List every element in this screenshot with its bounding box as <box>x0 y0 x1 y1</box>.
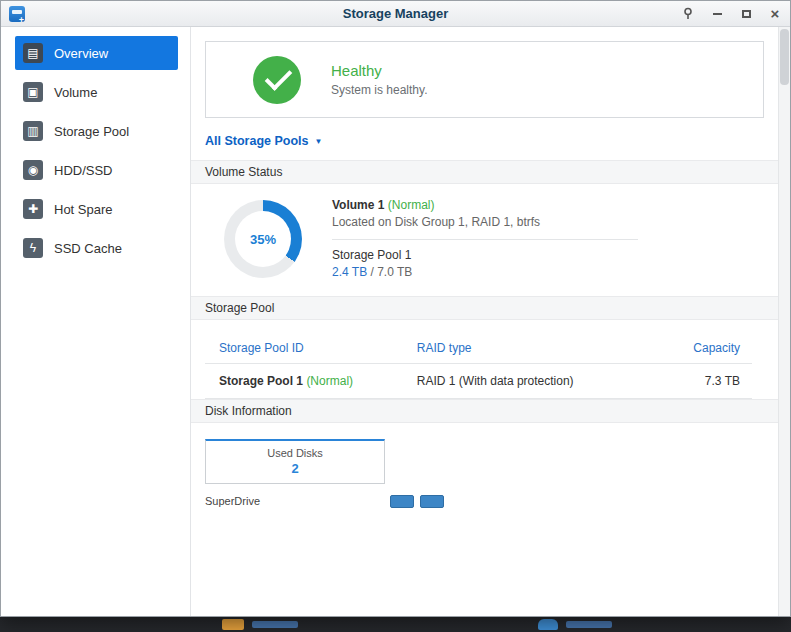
sidebar-item-label: HDD/SSD <box>54 163 113 178</box>
scrollbar-thumb[interactable] <box>780 29 789 85</box>
device-row: SuperDrive <box>205 495 764 508</box>
volume-status-badge: (Normal) <box>388 198 435 212</box>
health-status-message: System is healthy. <box>331 83 427 97</box>
titlebar: Storage Manager × <box>1 1 790 27</box>
window-title: Storage Manager <box>1 6 790 21</box>
table-row[interactable]: Storage Pool 1 (Normal) RAID 1 (With dat… <box>205 363 752 398</box>
drive-slot[interactable] <box>390 495 414 508</box>
device-name: SuperDrive <box>205 495 390 507</box>
volume-name: Volume 1 <box>332 198 384 212</box>
pool-id: Storage Pool 1 <box>219 374 303 388</box>
sidebar-item-volume[interactable]: ▣ Volume <box>15 75 178 109</box>
window-controls: × <box>681 7 782 21</box>
section-disk-information: Disk Information <box>191 399 778 423</box>
main-panel: Healthy System is healthy. All Storage P… <box>191 27 790 616</box>
hot-spare-icon: ✚ <box>23 199 43 219</box>
used-disks-summary: Used Disks 2 <box>205 439 385 484</box>
sidebar: ▤ Overview ▣ Volume ▥ Storage Pool ◉ HDD… <box>1 27 191 616</box>
sidebar-item-storage-pool[interactable]: ▥ Storage Pool <box>15 114 178 148</box>
table-header-row: Storage Pool ID RAID type Capacity <box>205 332 752 364</box>
pool-raid-type: RAID 1 (With data protection) <box>413 363 643 398</box>
storage-pool-table: Storage Pool ID RAID type Capacity Stora… <box>205 332 752 399</box>
overview-icon: ▤ <box>23 43 43 63</box>
pool-status-badge: (Normal) <box>306 374 353 388</box>
minimize-icon[interactable] <box>710 7 724 21</box>
sidebar-item-hot-spare[interactable]: ✚ Hot Spare <box>15 192 178 226</box>
storage-pool-icon: ▥ <box>23 121 43 141</box>
volume-total-capacity: / 7.0 TB <box>367 265 412 279</box>
column-header-pool-id: Storage Pool ID <box>205 332 413 364</box>
section-volume-status: Volume Status <box>191 160 778 184</box>
storage-pool-filter-dropdown[interactable]: All Storage Pools ▼ <box>205 134 322 148</box>
desktop-background <box>0 616 791 632</box>
desktop-app-icon[interactable] <box>538 619 558 630</box>
health-status-card: Healthy System is healthy. <box>205 41 764 118</box>
drive-slot[interactable] <box>420 495 444 508</box>
close-icon[interactable]: × <box>768 7 782 21</box>
used-disks-label: Used Disks <box>206 447 384 459</box>
volume-used-capacity: 2.4 TB <box>332 265 367 279</box>
chevron-down-icon: ▼ <box>315 137 323 146</box>
storage-pool-filter-label: All Storage Pools <box>205 134 309 148</box>
volume-pool-name: Storage Pool 1 <box>332 247 638 264</box>
pool-capacity: 7.3 TB <box>643 363 752 398</box>
sidebar-item-label: Volume <box>54 85 97 100</box>
sidebar-item-label: Overview <box>54 46 108 61</box>
volume-icon: ▣ <box>23 82 43 102</box>
divider <box>332 239 638 240</box>
maximize-icon[interactable] <box>739 7 753 21</box>
section-storage-pool: Storage Pool <box>191 296 778 320</box>
pin-icon[interactable] <box>681 7 695 21</box>
volume-usage-percent: 35% <box>250 232 276 247</box>
storage-manager-app-icon <box>9 6 25 22</box>
sidebar-item-label: Hot Spare <box>54 202 113 217</box>
volume-usage-donut: 35% <box>224 200 302 278</box>
column-header-raid-type: RAID type <box>413 332 643 364</box>
desktop-folder-icon[interactable] <box>222 619 244 630</box>
used-disks-count: 2 <box>206 461 384 476</box>
column-header-capacity: Capacity <box>643 332 752 364</box>
sidebar-item-label: Storage Pool <box>54 124 129 139</box>
drive-slots <box>390 495 444 508</box>
ssd-cache-icon: ϟ <box>23 238 43 258</box>
storage-manager-window: Storage Manager × ▤ Overview ▣ Volume ▥ … <box>0 0 791 617</box>
sidebar-item-overview[interactable]: ▤ Overview <box>15 36 178 70</box>
healthy-check-icon <box>253 56 301 104</box>
hdd-ssd-icon: ◉ <box>23 160 43 180</box>
volume-status-row: 35% Volume 1 (Normal) Located on Disk Gr… <box>191 184 778 296</box>
sidebar-item-label: SSD Cache <box>54 241 122 256</box>
desktop-icon-label <box>566 621 612 628</box>
sidebar-item-ssd-cache[interactable]: ϟ SSD Cache <box>15 231 178 265</box>
volume-description: Located on Disk Group 1, RAID 1, btrfs <box>332 214 638 231</box>
sidebar-item-hdd-ssd[interactable]: ◉ HDD/SSD <box>15 153 178 187</box>
health-status-title: Healthy <box>331 62 427 79</box>
desktop-icon-label <box>252 621 298 628</box>
scrollbar-track[interactable] <box>778 27 790 616</box>
